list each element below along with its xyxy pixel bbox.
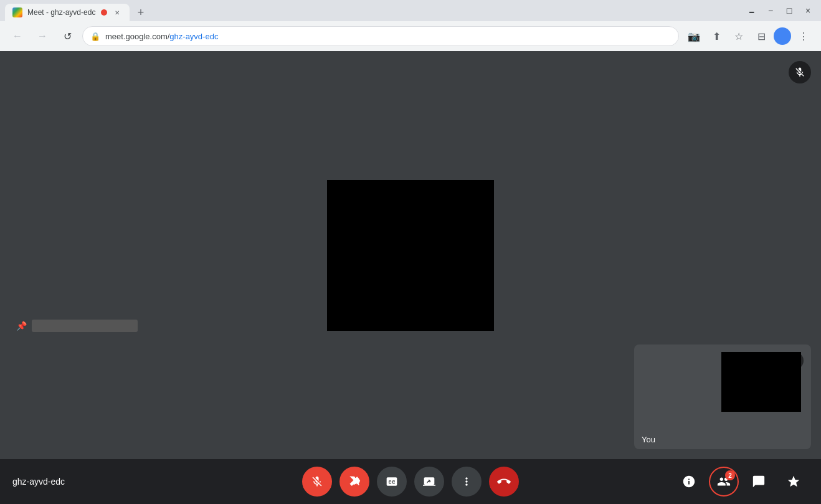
mute-microphone-button[interactable]	[302, 467, 332, 497]
forward-button[interactable]: →	[32, 26, 52, 46]
chat-button[interactable]	[744, 467, 774, 497]
more-options-ctrl-button[interactable]	[452, 467, 482, 497]
main-video-area: 📌 You	[0, 51, 821, 459]
toggle-camera-button[interactable]	[339, 467, 369, 497]
participants-button[interactable]: 2	[709, 467, 739, 497]
sidebar-button[interactable]: ⊟	[751, 26, 771, 46]
tab-bar: Meet - ghz-ayvd-edc ✕ +	[5, 0, 149, 21]
new-tab-button[interactable]: +	[132, 4, 149, 21]
cast-button[interactable]: 📷	[684, 26, 704, 46]
minimize-button[interactable]: −	[762, 2, 779, 19]
main-video-feed	[327, 180, 494, 331]
active-tab[interactable]: Meet - ghz-ayvd-edc ✕	[5, 4, 130, 21]
meet-app: 📌 You ghz-ayvd-edc	[0, 51, 821, 504]
address-url: meet.google.com/ghz-ayvd-edc	[105, 32, 671, 41]
tab-title: Meet - ghz-ayvd-edc	[27, 8, 96, 17]
back-button[interactable]: ←	[7, 26, 27, 46]
present-screen-button[interactable]	[414, 467, 444, 497]
browser-chrome: Meet - ghz-ayvd-edc ✕ + 🗕 − □ × ← → ↺ 🔒 …	[0, 0, 821, 51]
right-controls: 2	[674, 467, 809, 497]
end-call-button[interactable]	[489, 467, 519, 497]
pinned-name-bar: 📌	[10, 317, 144, 335]
activities-button[interactable]	[779, 467, 809, 497]
bottom-bar: ghz-ayvd-edc	[0, 459, 821, 504]
close-button[interactable]: ×	[800, 2, 816, 19]
collapse-button[interactable]: 🗕	[744, 2, 760, 19]
recording-dot	[101, 9, 107, 16]
pin-icon: 📌	[16, 321, 27, 331]
address-bar[interactable]: 🔒 meet.google.com/ghz-ayvd-edc	[82, 26, 679, 46]
captions-button[interactable]	[377, 467, 407, 497]
reload-button[interactable]: ↺	[57, 26, 77, 46]
tab-favicon	[12, 7, 22, 17]
mute-indicator-top	[789, 61, 811, 83]
toolbar-right: 📷 ⬆ ☆ ⊟ ⋮	[684, 26, 814, 46]
maximize-button[interactable]: □	[781, 2, 797, 19]
meeting-info-button[interactable]	[674, 467, 704, 497]
self-tile-label: You	[634, 432, 811, 449]
more-options-button[interactable]: ⋮	[794, 26, 814, 46]
window-controls: 🗕 − □ ×	[744, 2, 816, 19]
address-bar-row: ← → ↺ 🔒 meet.google.com/ghz-ayvd-edc 📷 ⬆…	[0, 21, 821, 51]
meeting-code: ghz-ayvd-edc	[12, 477, 65, 487]
profile-avatar[interactable]	[774, 27, 791, 45]
self-tile: You	[634, 345, 811, 449]
participant-count-badge: 2	[725, 470, 735, 480]
control-buttons	[302, 467, 519, 497]
bookmark-button[interactable]: ☆	[729, 26, 749, 46]
share-button[interactable]: ⬆	[706, 26, 726, 46]
lock-icon: 🔒	[90, 32, 100, 41]
tab-close-button[interactable]: ✕	[112, 7, 122, 17]
pinned-name-redacted	[32, 320, 138, 332]
self-video-feed	[721, 352, 801, 412]
self-tile-video	[634, 345, 811, 432]
title-bar: Meet - ghz-ayvd-edc ✕ + 🗕 − □ ×	[0, 0, 821, 21]
